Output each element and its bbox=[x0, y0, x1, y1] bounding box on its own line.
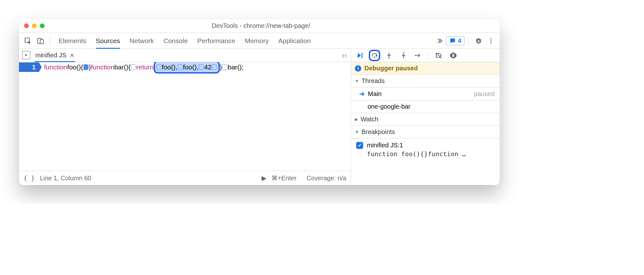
step-marker-icon[interactable] bbox=[199, 64, 204, 70]
code-editor[interactable]: 1 function foo(){}function bar(){return … bbox=[19, 62, 351, 171]
breakpoints-section[interactable]: ▼Breakpoints bbox=[351, 126, 500, 138]
thread-item[interactable]: ➔Mainpaused bbox=[351, 87, 500, 100]
step-marker-icon[interactable] bbox=[131, 64, 136, 70]
more-tabs-icon[interactable] bbox=[433, 35, 445, 47]
thread-state: paused bbox=[474, 90, 495, 98]
svg-point-8 bbox=[374, 57, 375, 58]
devtools-window: DevTools - chrome://new-tab-page/ Elemen… bbox=[19, 19, 500, 185]
svg-point-11 bbox=[415, 55, 416, 56]
settings-icon[interactable] bbox=[473, 35, 484, 47]
device-toggle-icon[interactable] bbox=[35, 35, 46, 47]
svg-rect-12 bbox=[452, 54, 453, 57]
deactivate-breakpoints-button[interactable] bbox=[433, 50, 444, 61]
active-thread-icon: ➔ bbox=[359, 90, 365, 97]
highlight-expression: foo(),foo(),42 bbox=[154, 62, 220, 74]
file-tab-label: minified JS bbox=[35, 52, 66, 59]
tab-elements[interactable]: Elements bbox=[59, 33, 86, 48]
devtools-tabstrip: ElementsSourcesNetworkConsolePerformance… bbox=[19, 33, 500, 49]
run-hint: ⌘+Enter bbox=[271, 174, 296, 182]
svg-point-5 bbox=[490, 42, 492, 43]
show-navigator-icon[interactable] bbox=[22, 51, 30, 59]
step-marker-icon[interactable] bbox=[157, 64, 162, 70]
status-label: Debugger paused bbox=[364, 65, 418, 72]
resume-icon[interactable] bbox=[341, 52, 348, 59]
tab-application[interactable]: Application bbox=[278, 33, 311, 48]
svg-rect-6 bbox=[346, 54, 347, 58]
window-title: DevTools - chrome://new-tab-page/ bbox=[45, 22, 477, 29]
tab-memory[interactable]: Memory bbox=[245, 33, 269, 48]
thread-name: one-google-bar bbox=[368, 103, 411, 110]
breakpoint-checkbox[interactable]: ✓ bbox=[356, 142, 363, 149]
pause-on-exceptions-button[interactable] bbox=[448, 50, 459, 61]
coverage-status: Coverage: n/a bbox=[307, 175, 346, 182]
issues-badge[interactable]: 4 bbox=[446, 36, 465, 45]
kebab-menu-icon[interactable] bbox=[485, 35, 497, 47]
step-button[interactable] bbox=[412, 50, 424, 61]
debugger-toolbar bbox=[351, 49, 500, 62]
step-into-button[interactable] bbox=[383, 50, 395, 61]
file-tabstrip: minified JS ✕ bbox=[19, 49, 351, 62]
editor-footer: { } Line 1, Column 60 ▶ ⌘+Enter Coverage… bbox=[19, 171, 351, 185]
panel-body: minified JS ✕ 1 function foo(){}function… bbox=[19, 49, 500, 185]
tab-network[interactable]: Network bbox=[130, 33, 154, 48]
info-icon: i bbox=[355, 65, 361, 72]
debugger-status: i Debugger paused bbox=[351, 62, 500, 75]
traffic-lights bbox=[24, 23, 45, 28]
step-marker-icon[interactable] bbox=[178, 64, 183, 70]
step-marker-icon[interactable] bbox=[222, 64, 227, 70]
close-file-icon[interactable]: ✕ bbox=[70, 52, 74, 59]
svg-point-10 bbox=[403, 52, 404, 54]
zoom-window-button[interactable] bbox=[40, 23, 45, 28]
svg-point-9 bbox=[388, 57, 390, 59]
thread-name: Main bbox=[368, 90, 381, 97]
issues-count: 4 bbox=[458, 37, 461, 44]
watch-section[interactable]: ▶Watch bbox=[351, 113, 500, 126]
breakpoint-preview: function foo(){}function … bbox=[356, 150, 495, 158]
sources-panel: minified JS ✕ 1 function foo(){}function… bbox=[19, 49, 351, 185]
thread-item[interactable]: one-google-bar bbox=[351, 100, 500, 113]
step-marker-icon[interactable] bbox=[212, 64, 217, 70]
threads-section[interactable]: ▼Threads bbox=[351, 75, 500, 87]
titlebar: DevTools - chrome://new-tab-page/ bbox=[19, 19, 500, 33]
inspect-icon[interactable] bbox=[22, 35, 34, 47]
tab-console[interactable]: Console bbox=[164, 33, 188, 48]
svg-rect-13 bbox=[454, 54, 455, 57]
breakpoint-title: minified JS:1 bbox=[367, 142, 403, 149]
resume-button[interactable] bbox=[354, 50, 366, 61]
file-tab[interactable]: minified JS ✕ bbox=[35, 49, 75, 62]
step-marker-icon[interactable] bbox=[84, 64, 89, 70]
svg-rect-7 bbox=[362, 53, 362, 58]
step-out-button[interactable] bbox=[398, 50, 409, 61]
code-line[interactable]: function foo(){}function bar(){return fo… bbox=[39, 62, 244, 74]
debugger-pane: i Debugger paused ▼Threads ➔Mainpausedon… bbox=[351, 49, 500, 185]
cursor-position: Line 1, Column 60 bbox=[40, 175, 91, 182]
run-snippet-icon[interactable]: ▶ bbox=[262, 174, 266, 182]
line-gutter[interactable]: 1 bbox=[19, 62, 39, 72]
format-icon[interactable]: { } bbox=[23, 174, 35, 182]
tab-sources[interactable]: Sources bbox=[96, 33, 120, 48]
tab-performance[interactable]: Performance bbox=[197, 33, 235, 48]
svg-point-4 bbox=[490, 40, 492, 42]
svg-rect-2 bbox=[40, 40, 43, 44]
svg-point-3 bbox=[490, 38, 492, 39]
step-over-button[interactable] bbox=[369, 50, 380, 61]
close-window-button[interactable] bbox=[24, 23, 29, 28]
breakpoint-item[interactable]: ✓ minified JS:1 function foo(){}function… bbox=[351, 138, 500, 161]
minimize-window-button[interactable] bbox=[32, 23, 37, 28]
